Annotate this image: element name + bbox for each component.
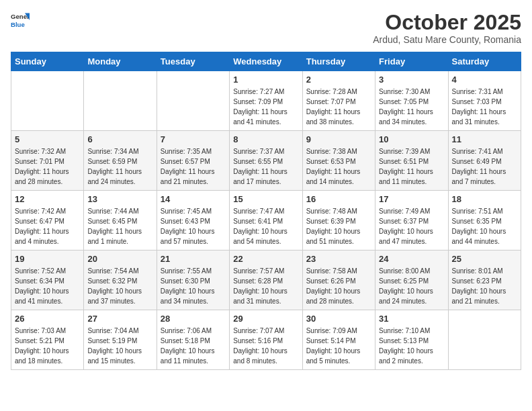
day-number: 3 bbox=[379, 75, 444, 85]
day-info: Sunrise: 7:38 AM Sunset: 6:53 PM Dayligh… bbox=[306, 146, 371, 187]
title-block: October 2025 Ardud, Satu Mare County, Ro… bbox=[373, 11, 521, 45]
week-row-1: 1Sunrise: 7:27 AM Sunset: 7:09 PM Daylig… bbox=[11, 71, 521, 131]
day-info: Sunrise: 7:44 AM Sunset: 6:45 PM Dayligh… bbox=[87, 206, 152, 246]
day-number: 14 bbox=[161, 194, 226, 204]
day-number: 5 bbox=[15, 134, 80, 144]
calendar-cell: 23Sunrise: 7:58 AM Sunset: 6:26 PM Dayli… bbox=[302, 250, 375, 310]
day-info: Sunrise: 7:34 AM Sunset: 6:59 PM Dayligh… bbox=[87, 146, 152, 187]
day-info: Sunrise: 7:35 AM Sunset: 6:57 PM Dayligh… bbox=[161, 146, 226, 187]
day-number: 26 bbox=[15, 314, 80, 324]
day-number: 15 bbox=[233, 194, 298, 204]
calendar-cell: 19Sunrise: 7:52 AM Sunset: 6:34 PM Dayli… bbox=[11, 250, 84, 310]
week-row-3: 12Sunrise: 7:42 AM Sunset: 6:47 PM Dayli… bbox=[11, 191, 521, 250]
calendar-cell: 25Sunrise: 8:01 AM Sunset: 6:23 PM Dayli… bbox=[448, 250, 521, 310]
day-number: 19 bbox=[15, 254, 80, 264]
header-saturday: Saturday bbox=[448, 52, 521, 71]
day-info: Sunrise: 7:37 AM Sunset: 6:55 PM Dayligh… bbox=[233, 146, 298, 187]
day-number: 20 bbox=[87, 254, 152, 264]
day-number: 9 bbox=[306, 134, 371, 144]
day-info: Sunrise: 8:00 AM Sunset: 6:25 PM Dayligh… bbox=[379, 266, 444, 306]
day-info: Sunrise: 7:42 AM Sunset: 6:47 PM Dayligh… bbox=[15, 206, 80, 246]
day-number: 4 bbox=[452, 75, 517, 85]
calendar-cell: 18Sunrise: 7:51 AM Sunset: 6:35 PM Dayli… bbox=[448, 191, 521, 250]
calendar-cell: 13Sunrise: 7:44 AM Sunset: 6:45 PM Dayli… bbox=[84, 191, 157, 250]
day-number: 10 bbox=[379, 134, 444, 144]
calendar-cell: 1Sunrise: 7:27 AM Sunset: 7:09 PM Daylig… bbox=[230, 71, 302, 131]
calendar-cell bbox=[448, 310, 521, 370]
day-info: Sunrise: 7:09 AM Sunset: 5:14 PM Dayligh… bbox=[306, 326, 371, 366]
day-number: 25 bbox=[452, 254, 517, 264]
calendar-cell: 26Sunrise: 7:03 AM Sunset: 5:21 PM Dayli… bbox=[11, 310, 84, 370]
day-info: Sunrise: 7:54 AM Sunset: 6:32 PM Dayligh… bbox=[87, 266, 152, 306]
calendar-cell: 15Sunrise: 7:47 AM Sunset: 6:41 PM Dayli… bbox=[230, 191, 302, 250]
calendar-cell: 9Sunrise: 7:38 AM Sunset: 6:53 PM Daylig… bbox=[302, 131, 375, 191]
calendar-cell: 4Sunrise: 7:31 AM Sunset: 7:03 PM Daylig… bbox=[448, 71, 521, 131]
day-number: 31 bbox=[379, 314, 444, 324]
day-number: 18 bbox=[452, 194, 517, 204]
calendar-cell: 27Sunrise: 7:04 AM Sunset: 5:19 PM Dayli… bbox=[84, 310, 157, 370]
day-info: Sunrise: 7:10 AM Sunset: 5:13 PM Dayligh… bbox=[379, 326, 444, 366]
calendar-cell: 31Sunrise: 7:10 AM Sunset: 5:13 PM Dayli… bbox=[375, 310, 448, 370]
calendar-cell: 8Sunrise: 7:37 AM Sunset: 6:55 PM Daylig… bbox=[230, 131, 302, 191]
calendar-cell: 29Sunrise: 7:07 AM Sunset: 5:16 PM Dayli… bbox=[230, 310, 302, 370]
calendar-cell: 3Sunrise: 7:30 AM Sunset: 7:05 PM Daylig… bbox=[375, 71, 448, 131]
day-number: 22 bbox=[233, 254, 298, 264]
calendar-cell: 17Sunrise: 7:49 AM Sunset: 6:37 PM Dayli… bbox=[375, 191, 448, 250]
calendar-cell: 21Sunrise: 7:55 AM Sunset: 6:30 PM Dayli… bbox=[157, 250, 229, 310]
day-number: 24 bbox=[379, 254, 444, 264]
week-row-2: 5Sunrise: 7:32 AM Sunset: 7:01 PM Daylig… bbox=[11, 131, 521, 191]
day-info: Sunrise: 7:32 AM Sunset: 7:01 PM Dayligh… bbox=[15, 146, 80, 187]
calendar-cell: 2Sunrise: 7:28 AM Sunset: 7:07 PM Daylig… bbox=[302, 71, 375, 131]
day-number: 23 bbox=[306, 254, 371, 264]
calendar-cell: 28Sunrise: 7:06 AM Sunset: 5:18 PM Dayli… bbox=[157, 310, 229, 370]
day-number: 2 bbox=[306, 75, 371, 85]
logo: General Blue bbox=[11, 11, 30, 30]
day-info: Sunrise: 7:45 AM Sunset: 6:43 PM Dayligh… bbox=[161, 206, 226, 246]
header-wednesday: Wednesday bbox=[230, 52, 302, 71]
day-info: Sunrise: 7:27 AM Sunset: 7:09 PM Dayligh… bbox=[233, 87, 298, 127]
day-info: Sunrise: 7:30 AM Sunset: 7:05 PM Dayligh… bbox=[379, 87, 444, 127]
day-info: Sunrise: 7:03 AM Sunset: 5:21 PM Dayligh… bbox=[15, 326, 80, 366]
day-number: 17 bbox=[379, 194, 444, 204]
calendar-cell: 16Sunrise: 7:48 AM Sunset: 6:39 PM Dayli… bbox=[302, 191, 375, 250]
calendar-cell bbox=[11, 71, 84, 131]
calendar-cell: 11Sunrise: 7:41 AM Sunset: 6:49 PM Dayli… bbox=[448, 131, 521, 191]
day-info: Sunrise: 7:49 AM Sunset: 6:37 PM Dayligh… bbox=[379, 206, 444, 246]
day-info: Sunrise: 7:41 AM Sunset: 6:49 PM Dayligh… bbox=[452, 146, 517, 187]
page-title: October 2025 bbox=[373, 11, 521, 34]
calendar-cell: 12Sunrise: 7:42 AM Sunset: 6:47 PM Dayli… bbox=[11, 191, 84, 250]
day-number: 30 bbox=[306, 314, 371, 324]
day-info: Sunrise: 7:07 AM Sunset: 5:16 PM Dayligh… bbox=[233, 326, 298, 366]
day-info: Sunrise: 7:04 AM Sunset: 5:19 PM Dayligh… bbox=[87, 326, 152, 366]
day-number: 16 bbox=[306, 194, 371, 204]
day-number: 27 bbox=[87, 314, 152, 324]
week-row-4: 19Sunrise: 7:52 AM Sunset: 6:34 PM Dayli… bbox=[11, 250, 521, 310]
day-info: Sunrise: 7:55 AM Sunset: 6:30 PM Dayligh… bbox=[161, 266, 226, 306]
header-sunday: Sunday bbox=[11, 52, 84, 71]
day-number: 29 bbox=[233, 314, 298, 324]
day-number: 1 bbox=[233, 75, 298, 85]
header-tuesday: Tuesday bbox=[157, 52, 229, 71]
calendar-cell: 5Sunrise: 7:32 AM Sunset: 7:01 PM Daylig… bbox=[11, 131, 84, 191]
day-info: Sunrise: 7:47 AM Sunset: 6:41 PM Dayligh… bbox=[233, 206, 298, 246]
week-row-5: 26Sunrise: 7:03 AM Sunset: 5:21 PM Dayli… bbox=[11, 310, 521, 370]
page-subtitle: Ardud, Satu Mare County, Romania bbox=[373, 34, 521, 45]
logo-icon: General Blue bbox=[11, 11, 30, 30]
calendar-cell: 22Sunrise: 7:57 AM Sunset: 6:28 PM Dayli… bbox=[230, 250, 302, 310]
calendar-cell: 14Sunrise: 7:45 AM Sunset: 6:43 PM Dayli… bbox=[157, 191, 229, 250]
day-number: 11 bbox=[452, 134, 517, 144]
day-number: 8 bbox=[233, 134, 298, 144]
day-info: Sunrise: 7:28 AM Sunset: 7:07 PM Dayligh… bbox=[306, 87, 371, 127]
day-info: Sunrise: 7:51 AM Sunset: 6:35 PM Dayligh… bbox=[452, 206, 517, 246]
header-monday: Monday bbox=[84, 52, 157, 71]
calendar-cell bbox=[157, 71, 229, 131]
calendar-cell: 6Sunrise: 7:34 AM Sunset: 6:59 PM Daylig… bbox=[84, 131, 157, 191]
day-info: Sunrise: 7:57 AM Sunset: 6:28 PM Dayligh… bbox=[233, 266, 298, 306]
day-info: Sunrise: 7:58 AM Sunset: 6:26 PM Dayligh… bbox=[306, 266, 371, 306]
calendar-cell: 7Sunrise: 7:35 AM Sunset: 6:57 PM Daylig… bbox=[157, 131, 229, 191]
day-number: 21 bbox=[161, 254, 226, 264]
header-friday: Friday bbox=[375, 52, 448, 71]
calendar-cell: 20Sunrise: 7:54 AM Sunset: 6:32 PM Dayli… bbox=[84, 250, 157, 310]
calendar-cell bbox=[84, 71, 157, 131]
day-info: Sunrise: 7:52 AM Sunset: 6:34 PM Dayligh… bbox=[15, 266, 80, 306]
